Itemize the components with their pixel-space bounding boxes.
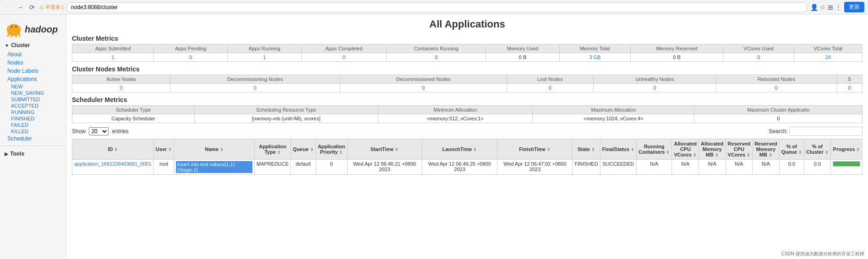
sidebar-item-killed[interactable]: KILLED [11,128,66,135]
highlighted-name[interactable]: insert into test values(1,1) (Stage-1) [176,161,252,173]
sidebar: hadoop ▼ Cluster About Nodes Node Labels… [0,15,66,259]
forward-button[interactable]: → [16,3,25,12]
show-entries-control: Show 20 10 50 100 entries [72,127,129,135]
val-decommissioning[interactable]: 0 [170,84,340,92]
col-queue[interactable]: Queue ⇕ [291,139,316,160]
table-controls: Show 20 10 50 100 entries Search: [72,127,863,136]
cell-id[interactable]: application_1681226403661_0001 [72,160,154,175]
sort-reserved-cpu-icon: ⇕ [747,153,750,157]
tools-section[interactable]: ▶ Tools [0,149,66,159]
val-apps-running[interactable]: 1 [227,53,301,62]
col-alloc-cpu[interactable]: AllocatedCPUVCores ⇕ [672,139,699,160]
col-name[interactable]: Name ⇕ [174,139,255,160]
val-apps-completed[interactable]: 0 [301,53,387,62]
col-launch-time[interactable]: LaunchTime ⇕ [422,139,497,160]
browser-chrome: ← → ⟳ ⚠ 不安全 | 👤 ☆ ⊞ ⋮ 更新 [0,0,868,15]
sidebar-item-accepted[interactable]: ACCEPTED [11,103,66,109]
val-apps-submitted[interactable]: 1 [72,53,154,62]
cell-reserved-cpu: N/A [726,160,753,175]
val-s[interactable]: 0 [836,84,862,92]
search-input[interactable] [789,127,863,136]
table-row: application_1681226403661_0001 root inse… [72,160,863,175]
col-reserved-cpu[interactable]: ReservedCPUVCores ⇕ [726,139,753,160]
sidebar-item-node-labels[interactable]: Node Labels [0,67,66,75]
val-vcores-total[interactable]: 24 [794,53,862,62]
watermark: CSDN @想成为数据分析师的开发工程师 [781,251,864,257]
col-decommissioned: Decommissioned Nodes [340,75,507,84]
col-vcores-used: VCores Used [723,44,794,53]
col-start-time[interactable]: StartTime ⇕ [347,139,422,160]
cell-launch-time: Wed Apr 12 06:46:25 +0800 2023 [422,160,497,175]
sort-cpu-icon: ⇕ [693,153,697,157]
sidebar-item-new-saving[interactable]: NEW_SAVING [11,90,66,96]
col-memory-used: Memory Used [486,44,559,53]
update-button[interactable]: 更新 [844,2,864,12]
col-priority[interactable]: ApplicationPriority ⇕ [316,139,347,160]
col-finish-time[interactable]: FinishTime ⇕ [497,139,573,160]
val-max-allocation: <memory:1024, vCores:4> [533,114,694,123]
back-button[interactable]: ← [4,3,13,12]
val-memory-reserved: 0 B [630,53,723,62]
col-pct-cluster[interactable]: % ofCluster ⇕ [804,139,831,160]
col-id[interactable]: ID ⇕ [72,139,154,160]
sidebar-item-new[interactable]: NEW [11,83,66,90]
col-state[interactable]: State ⇕ [573,139,600,160]
col-active-nodes: Active Nodes [72,75,170,84]
col-rebooted-nodes: Rebooted Nodes [716,75,836,84]
col-reserved-memory[interactable]: ReservedMemoryMB ⇕ [753,139,780,160]
app-states-list: NEW NEW_SAVING SUBMITTED ACCEPTED RUNNIN… [0,83,66,135]
cell-finish-time: Wed Apr 12 06:47:02 +0800 2023 [497,160,573,175]
sidebar-item-nodes[interactable]: Nodes [0,59,66,67]
sidebar-item-scheduler[interactable]: Scheduler [0,135,66,143]
cell-name[interactable]: insert into test values(1,1) (Stage-1) [174,160,255,175]
col-user[interactable]: User ⇕ [153,139,174,160]
sidebar-item-running[interactable]: RUNNING [11,109,66,115]
reload-button[interactable]: ⟳ [27,3,37,12]
sort-priority-icon: ⇕ [339,150,343,155]
col-pct-queue[interactable]: % ofQueue ⇕ [779,139,804,160]
col-memory-total: Memory Total [559,44,630,53]
cluster-label: Cluster [11,42,30,49]
svg-point-5 [15,26,16,27]
col-progress[interactable]: Progress ⇕ [830,139,862,160]
entries-select[interactable]: 20 10 50 100 [89,127,109,135]
cluster-section[interactable]: ▼ Cluster [0,40,66,50]
col-app-type[interactable]: ApplicationType ⇕ [255,139,291,160]
sidebar-divider [0,146,66,146]
sidebar-item-applications[interactable]: Applications [0,75,66,83]
sort-user-icon: ⇕ [168,147,172,152]
val-vcores-used[interactable]: 0 [723,53,794,62]
sidebar-item-about[interactable]: About [0,50,66,59]
col-running-containers[interactable]: RunningContainers ⇕ [636,139,672,160]
val-rebooted-nodes[interactable]: 0 [716,84,836,92]
val-lost-nodes[interactable]: 0 [507,84,593,92]
scheduler-metrics-table: Scheduler Type Scheduling Resource Type … [72,105,863,123]
col-decommissioning: Decommissioning Nodes [170,75,340,84]
cluster-nodes-header: Cluster Nodes Metrics [72,65,863,73]
val-apps-pending[interactable]: 0 [154,53,227,62]
sidebar-item-failed[interactable]: FAILED [11,122,66,128]
address-bar[interactable] [66,2,808,12]
cell-alloc-memory: N/A [699,160,726,175]
col-alloc-memory[interactable]: AllocatedMemoryMB ⇕ [699,139,726,160]
cluster-metrics-header: Cluster Metrics [72,35,863,42]
page-title: All Applications [72,18,863,30]
cluster-metrics-table: Apps Submitted Apps Pending Apps Running… [72,44,863,62]
val-containers-running[interactable]: 0 [387,53,486,62]
cell-state: FINISHED [573,160,600,175]
col-final-status[interactable]: FinalStatus ⇕ [600,139,636,160]
col-containers-running: Containers Running [387,44,486,53]
sidebar-item-submitted[interactable]: SUBMITTED [11,96,66,103]
col-scheduling-resource: Scheduling Resource Type [195,106,378,114]
val-min-allocation: <memory:512, vCores:1> [378,114,533,123]
tools-label: Tools [10,151,24,157]
val-unhealthy-nodes[interactable]: 0 [593,84,716,92]
val-scheduling-resource: [memory-mb (unit=Mi), vcores] [195,114,378,123]
security-warning: ⚠ 不安全 | [39,4,63,11]
val-memory-total[interactable]: 3 GB [559,53,630,62]
val-decommissioned[interactable]: 0 [340,84,507,92]
val-active-nodes[interactable]: 3 [72,84,170,92]
col-apps-completed: Apps Completed [301,44,387,53]
sidebar-item-finished[interactable]: FINISHED [11,115,66,122]
show-label: Show [72,128,86,135]
